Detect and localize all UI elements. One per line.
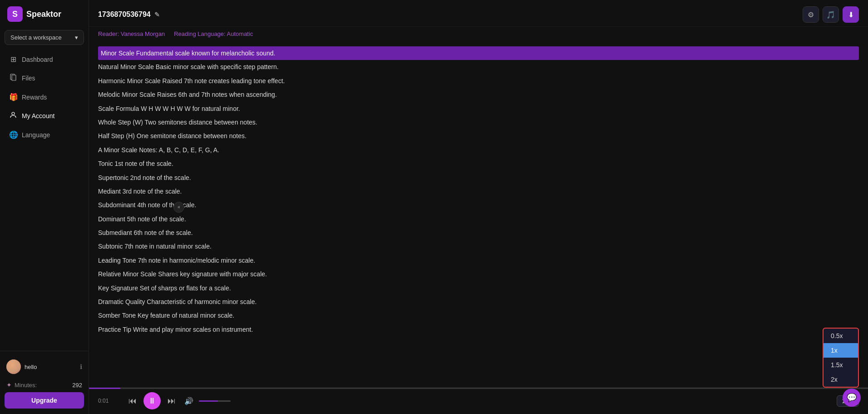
text-line: A Minor Scale Notes: A, B, C, D, E, F, G… <box>98 143 859 157</box>
text-line: Harmonic Minor Scale Raised 7th note cre… <box>98 74 859 88</box>
sidebar-item-my-account[interactable]: My Account <box>4 107 85 125</box>
document-meta: Reader: Vanessa Morgan Reading Language:… <box>89 27 868 41</box>
audio-button[interactable]: 🎵 <box>823 6 839 23</box>
minutes-icon: ✦ <box>6 381 12 389</box>
sidebar: S Speaktor Select a workspace ▾ ⊞ Dashbo… <box>0 0 89 414</box>
text-line: Tonic 1st note of the scale. <box>98 157 859 170</box>
speed-option-1x[interactable]: 1x <box>824 343 858 358</box>
workspace-selector[interactable]: Select a workspace ▾ <box>5 30 84 45</box>
minutes-label: Minutes: <box>15 382 37 389</box>
document-title-row: 1736870536794 ✎ <box>98 10 160 19</box>
language-icon: 🌐 <box>9 130 17 139</box>
workspace-label: Select a workspace <box>10 34 62 41</box>
rewards-icon: 🎁 <box>9 93 17 101</box>
sidebar-item-files[interactable]: Files <box>4 69 85 87</box>
minutes-row: ✦ Minutes: 292 <box>5 379 84 392</box>
text-line: Minor Scale Fundamental scale known for … <box>98 46 859 60</box>
sidebar-item-rewards[interactable]: 🎁 Rewards <box>4 88 85 106</box>
next-button[interactable]: ⏭ <box>164 394 179 408</box>
sidebar-item-label: Files <box>22 75 35 82</box>
speed-option-2x[interactable]: 2x <box>824 372 858 387</box>
document-header: 1736870536794 ✎ ⚙ 🎵 ⬇ <box>89 0 868 27</box>
text-line: Leading Tone 7th note in harmonic/melodi… <box>98 254 859 267</box>
speed-dropdown: 0.5x 1x 1.5x 2x <box>823 328 859 388</box>
header-actions: ⚙ 🎵 ⬇ <box>803 6 859 23</box>
player-controls: ⏮ ⏸ ⏭ <box>125 392 179 409</box>
text-line: Submediant 6th note of the scale. <box>98 226 859 239</box>
content-area[interactable]: Minor Scale Fundamental scale known for … <box>89 41 868 387</box>
workspace-chevron: ▾ <box>75 34 78 41</box>
time-display: 0:01 <box>98 398 113 404</box>
progress-bar-container[interactable] <box>89 388 868 389</box>
logo-icon: S <box>7 6 23 22</box>
reader-label: Reader: Vanessa Morgan <box>98 30 165 37</box>
text-line: Half Step (H) One semitone distance betw… <box>98 129 859 143</box>
text-line: Somber Tone Key feature of natural minor… <box>98 309 859 322</box>
play-pause-button[interactable]: ⏸ <box>143 392 161 409</box>
logo-area: S Speaktor <box>0 0 89 28</box>
text-line: Relative Minor Scale Shares key signatur… <box>98 267 859 281</box>
nav-menu: ⊞ Dashboard Files 🎁 Rewards My <box>0 49 89 351</box>
chat-bubble[interactable]: 💬 <box>843 389 861 407</box>
info-icon[interactable]: ℹ <box>80 363 82 370</box>
text-line: Practice Tip Write and play minor scales… <box>98 323 859 336</box>
text-line: Natural Minor Scale Basic minor scale wi… <box>98 60 859 74</box>
svg-point-2 <box>12 112 15 115</box>
player-bar: 0:01 ⏮ ⏸ ⏭ 🔊 0.5x 1x 1.5x 2x 1x ▾ <box>89 387 868 414</box>
volume-slider[interactable] <box>199 400 231 402</box>
svg-rect-1 <box>12 75 16 80</box>
account-icon <box>9 111 17 120</box>
main-content: « 1736870536794 ✎ ⚙ 🎵 ⬇ Reader: Vanessa … <box>89 0 868 414</box>
download-button[interactable]: ⬇ <box>843 6 859 23</box>
text-line: Whole Step (W) Two semitones distance be… <box>98 115 859 129</box>
sidebar-item-dashboard[interactable]: ⊞ Dashboard <box>4 50 85 68</box>
volume-button[interactable]: 🔊 <box>184 397 193 405</box>
sidebar-item-language[interactable]: 🌐 Language <box>4 126 85 144</box>
text-line: Dominant 5th note of the scale. <box>98 212 859 226</box>
sidebar-item-label: Language <box>22 131 50 139</box>
speed-option-1.5x[interactable]: 1.5x <box>824 358 858 372</box>
text-line: Dramatic Quality Characteristic of harmo… <box>98 295 859 309</box>
text-line: Subtonic 7th note in natural minor scale… <box>98 239 859 253</box>
minutes-value: 292 <box>72 382 82 389</box>
sidebar-item-label: Rewards <box>22 94 47 101</box>
sidebar-collapse-button[interactable]: « <box>173 202 184 213</box>
text-line: Scale Formula W H W W H W W for natural … <box>98 102 859 115</box>
dashboard-icon: ⊞ <box>9 55 17 64</box>
volume-fill <box>199 400 218 402</box>
text-line: Mediant 3rd note of the scale. <box>98 185 859 198</box>
settings-button[interactable]: ⚙ <box>803 6 819 23</box>
sidebar-item-label: Dashboard <box>22 56 53 63</box>
sidebar-bottom: hello ℹ ✦ Minutes: 292 Upgrade <box>0 351 89 414</box>
edit-icon[interactable]: ✎ <box>154 11 160 18</box>
app-name: Speaktor <box>26 10 61 19</box>
text-line: Melodic Minor Scale Raises 6th and 7th n… <box>98 88 859 101</box>
text-line: Key Signature Set of sharps or flats for… <box>98 281 859 295</box>
progress-bar-fill <box>89 388 120 389</box>
text-line: Subdominant 4th note of the scale. <box>98 198 859 212</box>
sidebar-item-label: My Account <box>22 112 54 120</box>
user-name: hello <box>25 364 37 370</box>
language-label: Reading Language: Automatic <box>174 30 253 37</box>
upgrade-button[interactable]: Upgrade <box>5 392 84 409</box>
avatar <box>6 359 21 374</box>
files-icon <box>9 74 17 83</box>
speed-option-0.5x[interactable]: 0.5x <box>824 329 858 343</box>
document-id: 1736870536794 <box>98 10 151 19</box>
prev-button[interactable]: ⏮ <box>125 394 140 408</box>
user-row: hello ℹ <box>5 357 84 377</box>
text-line: Supertonic 2nd note of the scale. <box>98 171 859 185</box>
